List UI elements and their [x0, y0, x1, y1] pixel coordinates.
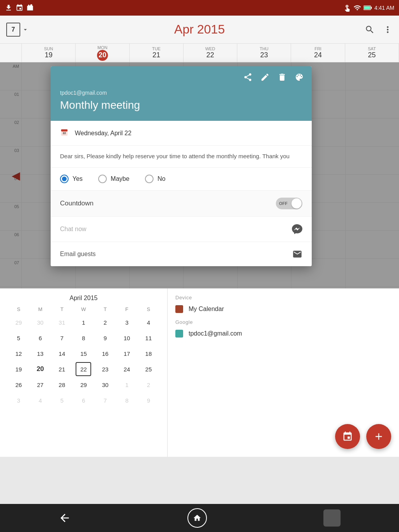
day-header-wed[interactable]: WED 22	[184, 44, 237, 62]
event-organizer-email: tpdoc1@gmail.com	[60, 90, 304, 96]
rsvp-yes-radio[interactable]	[60, 175, 69, 183]
thu-num: 23	[260, 51, 268, 59]
mini-day-13[interactable]: 13	[32, 346, 48, 361]
mini-day-29b[interactable]: 29	[76, 378, 91, 392]
mini-day-20[interactable]: 20	[32, 362, 48, 376]
mini-day-28[interactable]: 28	[54, 378, 70, 392]
month-year-title: Apr 2015	[174, 22, 225, 37]
mini-day-6b[interactable]: 6	[76, 393, 91, 407]
day-header-mon[interactable]: MON 20	[76, 44, 129, 62]
gmail-calendar-item[interactable]: tpdoc1@gmail.com	[175, 330, 391, 338]
mini-day-23[interactable]: 23	[97, 362, 113, 376]
fri-name: FRI	[314, 46, 321, 51]
color-palette-icon[interactable]	[295, 72, 304, 82]
mini-day-5[interactable]: 5	[11, 331, 26, 345]
mini-day-7b[interactable]: 7	[97, 393, 113, 407]
chat-icon[interactable]	[291, 224, 302, 235]
countdown-toggle[interactable]: OFF	[276, 198, 302, 209]
more-vert-icon[interactable]	[383, 25, 393, 35]
mini-day-14[interactable]: 14	[54, 346, 70, 361]
battery-icon	[364, 5, 372, 11]
event-date-text: Wednesday, April 22	[75, 130, 131, 137]
rsvp-no[interactable]: No	[145, 175, 165, 183]
day-header-tue[interactable]: TUE 21	[130, 44, 184, 62]
wed-name: WED	[205, 46, 215, 51]
device-section-title: Device	[175, 295, 391, 300]
rsvp-maybe-radio[interactable]	[98, 175, 107, 183]
mini-day-11[interactable]: 11	[141, 331, 156, 345]
day-header-fri[interactable]: FRI 24	[291, 44, 345, 62]
search-icon[interactable]	[365, 25, 375, 35]
mini-day-8b[interactable]: 8	[119, 393, 135, 407]
countdown-label: Countdown	[60, 200, 94, 207]
rsvp-maybe[interactable]: Maybe	[98, 175, 129, 183]
mini-day-24[interactable]: 24	[119, 362, 135, 376]
mini-day-9b[interactable]: 9	[141, 393, 156, 407]
day-header-sat[interactable]: SAT 25	[345, 44, 399, 62]
mini-day-8[interactable]: 8	[76, 331, 91, 345]
mini-day-19[interactable]: 19	[11, 362, 26, 376]
mini-day-17[interactable]: 17	[119, 346, 135, 361]
mini-day-18[interactable]: 18	[141, 346, 156, 361]
my-calendar-item[interactable]: My Calendar	[175, 305, 391, 313]
day-header-sun[interactable]: SUN 19	[22, 44, 76, 62]
download-icon	[5, 4, 12, 12]
day-header-row: SUN 19 MON 20 TUE 21 WED 22 THU 23 FRI 2…	[0, 44, 399, 62]
sat-num: 25	[368, 51, 376, 59]
chevron-down-icon[interactable]	[22, 26, 29, 33]
mini-day-2b[interactable]: 2	[141, 378, 156, 392]
recents-button[interactable]	[323, 509, 341, 527]
mini-day-1b[interactable]: 1	[119, 378, 135, 392]
mini-day-4b[interactable]: 4	[32, 393, 48, 407]
mini-day-31[interactable]: 31	[54, 315, 70, 329]
email-guests-label[interactable]: Email guests	[60, 251, 96, 258]
rsvp-yes[interactable]: Yes	[60, 175, 83, 183]
mini-day-6[interactable]: 6	[32, 331, 48, 345]
delete-icon[interactable]	[277, 72, 287, 82]
mini-day-26[interactable]: 26	[11, 378, 26, 392]
rsvp-yes-selected-dot	[62, 177, 67, 181]
mini-day-15[interactable]: 15	[76, 346, 91, 361]
chat-placeholder[interactable]: Chat now	[60, 226, 87, 233]
mini-day-22[interactable]: 22	[76, 362, 91, 376]
day-header-thu[interactable]: THU 23	[237, 44, 291, 62]
mini-day-12[interactable]: 12	[11, 346, 26, 361]
mini-day-3[interactable]: 3	[119, 315, 135, 329]
mini-day-30b[interactable]: 30	[97, 378, 113, 392]
calendar-nav-icon[interactable]: 7	[6, 23, 20, 37]
mini-day-2[interactable]: 2	[97, 315, 113, 329]
mini-cal-row-6: 3 4 5 6 7 8 9	[8, 393, 159, 407]
mini-day-27[interactable]: 27	[32, 378, 48, 392]
svg-rect-2	[364, 6, 370, 9]
mini-day-10[interactable]: 10	[119, 331, 135, 345]
mini-day-7[interactable]: 7	[54, 331, 70, 345]
mini-day-5b[interactable]: 5	[54, 393, 70, 407]
back-button[interactable]	[58, 512, 71, 524]
mini-day-16[interactable]: 16	[97, 346, 113, 361]
hand-icon	[343, 4, 351, 12]
mini-day-9[interactable]: 9	[97, 331, 113, 345]
event-actions-bar	[60, 72, 304, 82]
rsvp-no-radio[interactable]	[145, 175, 154, 183]
share-icon[interactable]	[243, 72, 252, 82]
mini-cal-row-5: 26 27 28 29 30 1 2	[8, 378, 159, 392]
event-title: Monthly meeting	[60, 99, 304, 111]
bag-icon	[26, 4, 34, 12]
mini-day-21[interactable]: 21	[54, 362, 70, 376]
sun-name: SUN	[44, 46, 53, 51]
status-bar: 4:41 AM	[0, 0, 399, 16]
mini-day-29a[interactable]: 29	[11, 315, 26, 329]
toggle-off-text: OFF	[279, 201, 288, 206]
calendar-grid: ◀ AM 01 02 03 04 05 06 07 08	[0, 62, 399, 288]
mini-day-30a[interactable]: 30	[32, 315, 48, 329]
email-icon[interactable]	[292, 249, 302, 259]
mon-name: MON	[97, 45, 108, 50]
home-button[interactable]	[187, 508, 207, 528]
mini-day-1[interactable]: 1	[76, 315, 91, 329]
add-event-fab-button[interactable]	[366, 424, 391, 449]
today-fab-button[interactable]	[335, 424, 360, 449]
edit-icon[interactable]	[260, 72, 270, 82]
mini-day-4[interactable]: 4	[141, 315, 156, 329]
mini-day-25[interactable]: 25	[141, 362, 156, 376]
mini-day-3b[interactable]: 3	[11, 393, 26, 407]
